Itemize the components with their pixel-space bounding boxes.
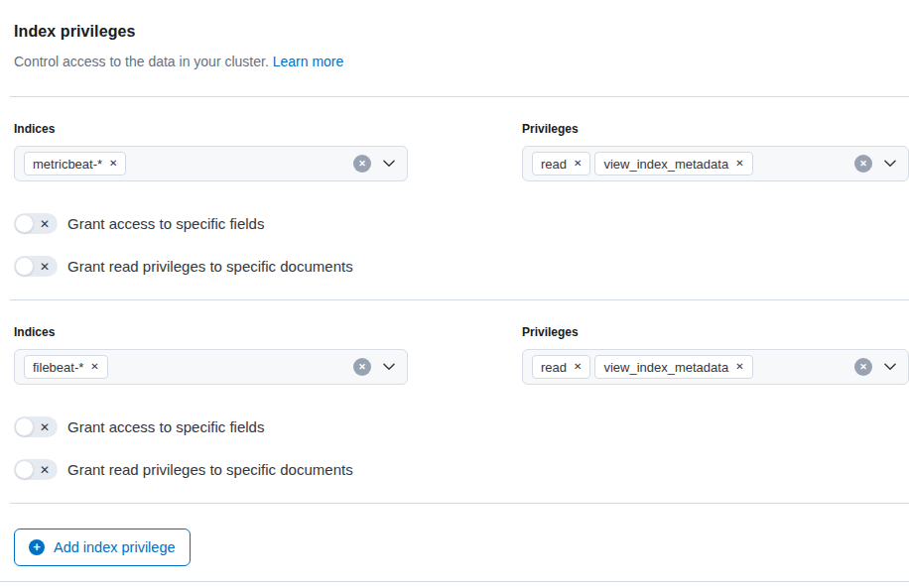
grant-documents-switch[interactable]: ✕ <box>14 256 58 277</box>
toggle-label: Grant read privileges to specific docume… <box>67 461 353 478</box>
switch-knob <box>15 460 34 479</box>
toggle-label: Grant read privileges to specific docume… <box>67 258 353 275</box>
chevron-down-icon[interactable] <box>881 358 899 376</box>
indices-combobox[interactable]: filebeat-* ✕ ✕ <box>14 349 408 385</box>
privileges-column: Privileges read ✕ view_index_metadata ✕ … <box>522 122 909 181</box>
remove-token-icon[interactable]: ✕ <box>109 159 117 169</box>
switch-knob <box>15 214 34 233</box>
grant-fields-switch[interactable]: ✕ <box>14 416 58 437</box>
grant-documents-toggle-row: ✕ Grant read privileges to specific docu… <box>0 459 909 480</box>
remove-token-icon[interactable]: ✕ <box>735 159 743 169</box>
learn-more-link[interactable]: Learn more <box>273 54 344 69</box>
grant-fields-toggle-row: ✕ Grant access to specific fields <box>0 213 909 234</box>
index-token-label: filebeat-* <box>33 360 83 375</box>
page-title: Index privileges <box>14 22 895 41</box>
add-index-privilege-label: Add index privilege <box>54 539 176 555</box>
chevron-down-icon[interactable] <box>881 155 899 173</box>
switch-knob <box>15 417 34 436</box>
remove-token-icon[interactable]: ✕ <box>735 362 743 372</box>
privilege-token-label: view_index_metadata <box>603 157 728 172</box>
indices-column: Indices filebeat-* ✕ ✕ <box>14 325 408 385</box>
description-text: Control access to the data in your clust… <box>14 54 269 69</box>
toggle-label: Grant access to specific fields <box>67 215 264 232</box>
privilege-token: read ✕ <box>532 355 590 379</box>
bottom-divider <box>0 581 909 582</box>
grant-fields-switch[interactable]: ✕ <box>14 213 58 234</box>
indices-column: Indices metricbeat-* ✕ ✕ <box>14 122 408 181</box>
switch-off-x-icon: ✕ <box>40 218 50 230</box>
switch-knob <box>15 257 34 276</box>
privilege-token-label: read <box>541 157 567 172</box>
privilege-token: view_index_metadata ✕ <box>594 355 752 379</box>
privilege-token-label: view_index_metadata <box>603 360 728 375</box>
privileges-label: Privileges <box>522 122 909 137</box>
chevron-down-icon[interactable] <box>380 155 398 173</box>
privileges-label: Privileges <box>522 325 909 340</box>
index-token: filebeat-* ✕ <box>24 355 108 379</box>
toggle-label: Grant access to specific fields <box>67 418 264 435</box>
privilege-token: read ✕ <box>532 152 590 176</box>
privilege-token: view_index_metadata ✕ <box>594 152 752 176</box>
remove-token-icon[interactable]: ✕ <box>574 159 582 169</box>
clear-selection-icon[interactable]: ✕ <box>353 358 371 376</box>
index-token-label: metricbeat-* <box>33 157 102 172</box>
index-privilege-row-1: Indices metricbeat-* ✕ ✕ Privileges read <box>0 122 909 277</box>
index-privilege-row-2: Indices filebeat-* ✕ ✕ Privileges read <box>0 325 909 480</box>
chevron-down-icon[interactable] <box>380 358 398 376</box>
add-index-privilege-button[interactable]: + Add index privilege <box>14 529 191 566</box>
index-token: metricbeat-* ✕ <box>24 152 126 176</box>
privileges-combobox[interactable]: read ✕ view_index_metadata ✕ ✕ <box>522 349 909 385</box>
privileges-combobox[interactable]: read ✕ view_index_metadata ✕ ✕ <box>522 146 909 181</box>
indices-label: Indices <box>14 122 408 137</box>
switch-off-x-icon: ✕ <box>40 464 50 476</box>
remove-token-icon[interactable]: ✕ <box>574 362 582 372</box>
remove-token-icon[interactable]: ✕ <box>90 362 98 372</box>
switch-off-x-icon: ✕ <box>40 421 50 433</box>
clear-selection-icon[interactable]: ✕ <box>854 155 872 173</box>
indices-combobox[interactable]: metricbeat-* ✕ ✕ <box>14 146 408 181</box>
row-divider <box>10 503 909 504</box>
switch-off-x-icon: ✕ <box>40 261 50 273</box>
panel-header: Index privileges Control access to the d… <box>0 0 909 70</box>
grant-fields-toggle-row: ✕ Grant access to specific fields <box>0 416 909 437</box>
index-privileges-panel: Index privileges Control access to the d… <box>0 0 909 588</box>
clear-selection-icon[interactable]: ✕ <box>353 155 371 173</box>
privilege-token-label: read <box>541 360 567 375</box>
header-divider <box>10 96 909 97</box>
page-description: Control access to the data in your clust… <box>14 54 895 70</box>
grant-documents-toggle-row: ✕ Grant read privileges to specific docu… <box>0 256 909 277</box>
plus-in-circle-icon: + <box>29 539 45 555</box>
grant-documents-switch[interactable]: ✕ <box>14 459 58 480</box>
clear-selection-icon[interactable]: ✕ <box>854 358 872 376</box>
privileges-column: Privileges read ✕ view_index_metadata ✕ … <box>522 325 909 385</box>
indices-label: Indices <box>14 325 408 340</box>
row-divider <box>10 299 909 300</box>
